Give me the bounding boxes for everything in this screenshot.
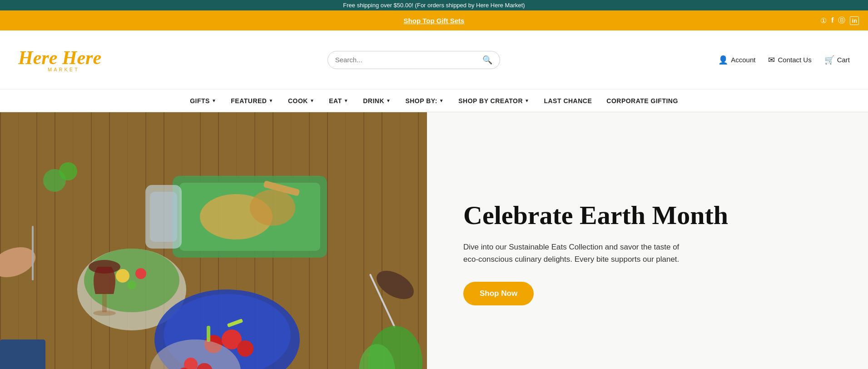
nav-last-chance[interactable]: LAST CHANCE (544, 97, 592, 105)
header-actions: 👤 Account ✉ Contact Us 🛒 Cart (718, 55, 850, 65)
account-icon: 👤 (718, 55, 728, 65)
nav-eat-label: EAT (329, 97, 342, 105)
nav-gifts-chevron: ▼ (212, 98, 216, 103)
svg-rect-24 (207, 326, 210, 342)
nav-last-chance-label: LAST CHANCE (544, 97, 592, 105)
main-nav: GIFTS ▼ FEATURED ▼ COOK ▼ EAT ▼ DRINK ▼ … (0, 90, 868, 112)
svg-point-18 (127, 280, 136, 289)
linkedin-icon[interactable]: in (850, 16, 859, 25)
hero-image (0, 112, 427, 369)
shop-now-button[interactable]: Shop Now (463, 282, 534, 305)
nav-shop-by-creator[interactable]: SHOP BY CREATOR ▼ (458, 97, 529, 105)
cart-link[interactable]: 🛒 Cart (824, 55, 850, 65)
svg-rect-36 (150, 192, 177, 242)
promo-link[interactable]: Shop Top Gift Sets (404, 17, 465, 25)
nav-eat[interactable]: EAT ▼ (329, 97, 348, 105)
nav-drink-chevron: ▼ (386, 98, 391, 103)
contact-link[interactable]: ✉ Contact Us (768, 55, 811, 65)
cart-label: Cart (837, 56, 850, 64)
nav-gifts-label: GIFTS (190, 97, 210, 105)
nav-corporate-gifting-label: CORPORATE GIFTING (606, 97, 678, 105)
nav-shop-by[interactable]: SHOP BY: ▼ (405, 97, 444, 105)
nav-shop-by-creator-chevron: ▼ (525, 98, 529, 103)
contact-label: Contact Us (778, 56, 811, 64)
search-input[interactable] (335, 56, 482, 64)
account-label: Account (731, 56, 755, 64)
nav-shop-by-chevron: ▼ (439, 98, 444, 103)
top-banner-text: Free shipping over $50.00! (For orders s… (343, 2, 525, 9)
nav-featured-chevron: ▼ (268, 98, 273, 103)
svg-point-16 (116, 269, 129, 283)
nav-shop-by-label: SHOP BY: (405, 97, 437, 105)
nav-cook[interactable]: COOK ▼ (288, 97, 314, 105)
nav-corporate-gifting[interactable]: CORPORATE GIFTING (606, 97, 678, 105)
nav-drink-label: DRINK (363, 97, 384, 105)
nav-featured[interactable]: FEATURED ▼ (231, 97, 273, 105)
hero-title: Celebrate Earth Month (463, 201, 832, 230)
svg-point-23 (237, 340, 253, 357)
header: Here Here MARKET 🔍 👤 Account ✉ Contact U… (0, 30, 868, 90)
svg-point-34 (59, 162, 77, 180)
facebook-icon[interactable]: f (831, 16, 833, 25)
nav-gifts[interactable]: GIFTS ▼ (190, 97, 216, 105)
nav-cook-label: COOK (288, 97, 308, 105)
contact-icon: ✉ (768, 55, 775, 65)
svg-rect-39 (0, 339, 45, 369)
pinterest-icon[interactable]: Ⓑ (838, 16, 845, 25)
social-icons: ① f Ⓑ in (820, 16, 859, 25)
nav-featured-label: FEATURED (231, 97, 267, 105)
svg-rect-8 (32, 226, 34, 280)
search-button[interactable]: 🔍 (482, 55, 492, 65)
top-banner: Free shipping over $50.00! (For orders s… (0, 0, 868, 10)
svg-rect-27 (102, 294, 107, 312)
nav-cook-chevron: ▼ (310, 98, 314, 103)
promo-bar: Shop Top Gift Sets ① f Ⓑ in (0, 10, 868, 30)
account-link[interactable]: 👤 Account (718, 55, 755, 65)
svg-point-13 (250, 189, 295, 226)
cart-icon: 🛒 (824, 55, 834, 65)
logo[interactable]: Here Here MARKET (18, 47, 109, 72)
hero-food-image (0, 112, 427, 369)
instagram-icon[interactable]: ① (820, 16, 827, 25)
svg-point-17 (135, 268, 146, 279)
svg-point-28 (93, 310, 116, 316)
hero-section: Celebrate Earth Month Dive into our Sust… (0, 112, 868, 369)
nav-drink[interactable]: DRINK ▼ (363, 97, 391, 105)
nav-eat-chevron: ▼ (344, 98, 348, 103)
nav-shop-by-creator-label: SHOP BY CREATOR (458, 97, 523, 105)
hero-description: Dive into our Sustainable Eats Collectio… (463, 241, 681, 265)
search-bar: 🔍 (327, 51, 500, 69)
hero-content: Celebrate Earth Month Dive into our Sust… (427, 112, 868, 369)
